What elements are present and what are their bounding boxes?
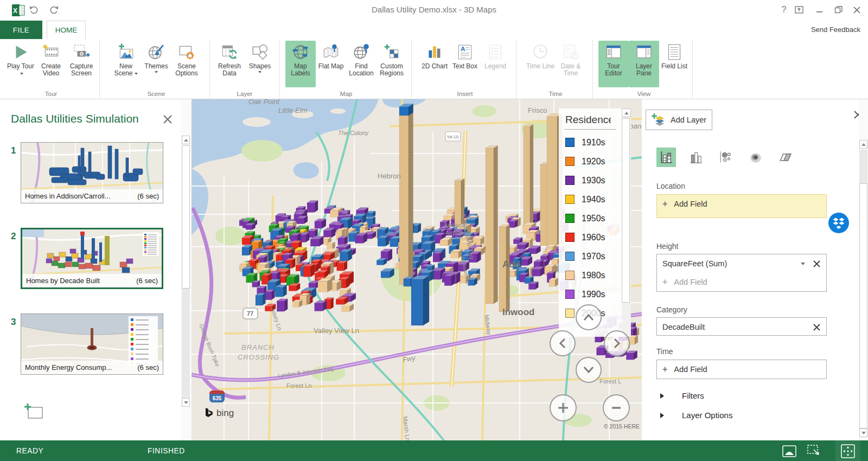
create-video-icon (42, 43, 60, 61)
2d-chart-button[interactable]: 2D Chart (419, 41, 450, 87)
field-list-button[interactable]: Field List (659, 41, 690, 87)
category-label: Category (656, 305, 687, 314)
restore-button[interactable] (832, 3, 846, 16)
expand-arrow-icon (660, 393, 664, 399)
zoom-out-button[interactable] (603, 394, 630, 421)
add-scene-button[interactable] (24, 403, 43, 419)
tilt-up-button[interactable] (576, 304, 602, 330)
tilt-down-button[interactable] (576, 357, 602, 383)
date-time-button: A Date & Time (556, 41, 586, 87)
legend-scroll-up[interactable] (622, 108, 631, 117)
field-list-icon (665, 43, 684, 61)
help-button[interactable]: ? (777, 3, 791, 16)
dropbox-badge-icon[interactable] (828, 212, 850, 234)
viz-stacked-column-button[interactable] (656, 148, 676, 167)
scroll-up-button[interactable] (182, 136, 190, 144)
layer-pane-scrollbar[interactable] (859, 99, 868, 440)
undo-button[interactable] (26, 3, 41, 17)
scroll-down-button[interactable] (182, 398, 190, 407)
viz-clustered-column-button[interactable] (686, 148, 706, 167)
legend-item: 1960s (559, 228, 622, 247)
scroll-up-button[interactable] (859, 140, 867, 149)
scene-options-button[interactable]: Scene Options (171, 41, 202, 87)
bing-icon (203, 407, 214, 420)
find-location-button[interactable]: Find Location (346, 41, 376, 87)
shapes-button[interactable]: Shapes (245, 41, 275, 87)
layer-options-section-toggle[interactable]: Layer Options (660, 411, 732, 420)
legend-scrollbar[interactable] (622, 108, 631, 337)
new-scene-button[interactable]: New Scene (111, 41, 141, 87)
legend-item: 1950s (559, 209, 622, 228)
dropdown-caret-icon[interactable] (801, 262, 805, 265)
viz-heatmap-button[interactable] (746, 148, 765, 167)
svg-text:A: A (566, 46, 570, 52)
capture-screen-button[interactable]: Capture Screen (66, 41, 97, 87)
legend-swatch (565, 233, 575, 242)
tour-editor-button[interactable]: Tour Editor (598, 41, 629, 87)
height-field[interactable]: SquareFeet (Sum) +Add Field (656, 254, 827, 292)
map-viewport[interactable]: Oak Point Little Elm Frisco The Colony L… (192, 99, 642, 440)
flat-view-toggle[interactable] (781, 444, 797, 458)
time-field[interactable]: +Add Field (656, 360, 827, 379)
refresh-data-icon (220, 43, 239, 61)
minimize-button[interactable] (813, 3, 827, 16)
scene-thumbnail-2-selected[interactable]: Homes by Decade Built (6 sec) (21, 228, 163, 289)
map-copyright: © 2015 HERE (604, 423, 640, 430)
scroll-down-button[interactable] (859, 428, 867, 437)
remove-field-icon[interactable] (813, 323, 821, 331)
tab-home[interactable]: HOME (47, 21, 86, 39)
group-label-time: Time (525, 90, 586, 98)
tour-panel-close-button[interactable] (162, 114, 174, 126)
location-field[interactable]: +Add Field (656, 194, 827, 218)
ribbon-group-map: Map Labels Flat Map (280, 39, 412, 99)
selection-mode-button[interactable] (806, 444, 822, 458)
play-tour-button[interactable]: Play Tour (5, 41, 36, 87)
zoom-in-button[interactable] (550, 394, 577, 421)
scrollbar-thumb[interactable] (182, 145, 190, 289)
scene-thumbnail-1[interactable]: Homes in Addison/Carroll... (6 sec) (21, 142, 163, 203)
popout-button[interactable] (792, 3, 806, 16)
layer-pane-button[interactable]: Layer Pane (629, 41, 659, 87)
legend-item: 1930s (559, 171, 622, 190)
remove-field-icon[interactable] (813, 260, 821, 268)
rotate-left-button[interactable] (550, 330, 576, 356)
themes-button[interactable]: Themes (141, 41, 171, 87)
text-box-button[interactable]: A Text Box (450, 41, 480, 87)
popout-icon (794, 5, 804, 15)
filters-section-toggle[interactable]: Filters (660, 391, 704, 400)
label-inwood: Inwood (502, 307, 534, 317)
legend-swatch (565, 252, 575, 261)
add-layer-button[interactable]: Add Layer (646, 110, 712, 130)
close-icon (162, 114, 173, 125)
restore-icon (834, 5, 843, 14)
tour-panel-scrollbar[interactable] (181, 99, 192, 440)
redo-button[interactable] (47, 3, 62, 17)
label-frisco: Frisco (528, 106, 547, 114)
legend-scroll-thumb[interactable] (622, 118, 630, 303)
tour-title: Dallas Utilities Simulation (11, 112, 139, 125)
category-field[interactable]: DecadeBuilt (656, 317, 827, 336)
flat-map-button[interactable]: Flat Map (316, 41, 346, 87)
label-little-elm: Little Elm (278, 106, 308, 114)
refresh-data-button[interactable]: Refresh Data (214, 41, 245, 87)
send-feedback-link[interactable]: Send Feedback (811, 25, 860, 34)
scene-thumbnail-3[interactable]: Monthly Energy Consump... (6 sec) (21, 313, 163, 375)
label-oak-point: Oak Point (248, 99, 280, 106)
chevron-right-icon (613, 337, 621, 349)
time-line-icon (531, 43, 550, 61)
tab-file[interactable]: FILE (0, 21, 42, 39)
create-video-button[interactable]: Create Video (36, 41, 66, 87)
rotate-right-button[interactable] (604, 330, 630, 356)
height-value-row[interactable]: SquareFeet (Sum) (657, 254, 826, 273)
map-legend[interactable]: Residence 1910s 1920s 1930s 1940s 1950s … (559, 108, 622, 337)
scrollbar-thumb[interactable] (859, 183, 867, 428)
viz-region-button[interactable] (776, 148, 795, 167)
scene-number: 2 (11, 231, 16, 242)
height-add-field-row[interactable]: +Add Field (657, 273, 826, 291)
custom-regions-button[interactable]: Custom Regions (376, 41, 407, 87)
close-button[interactable] (850, 3, 864, 16)
pan-mode-button[interactable] (840, 444, 856, 458)
map-labels-button[interactable]: Map Labels (285, 41, 316, 87)
pan-icon (841, 444, 855, 458)
viz-bubble-button[interactable] (716, 148, 736, 167)
